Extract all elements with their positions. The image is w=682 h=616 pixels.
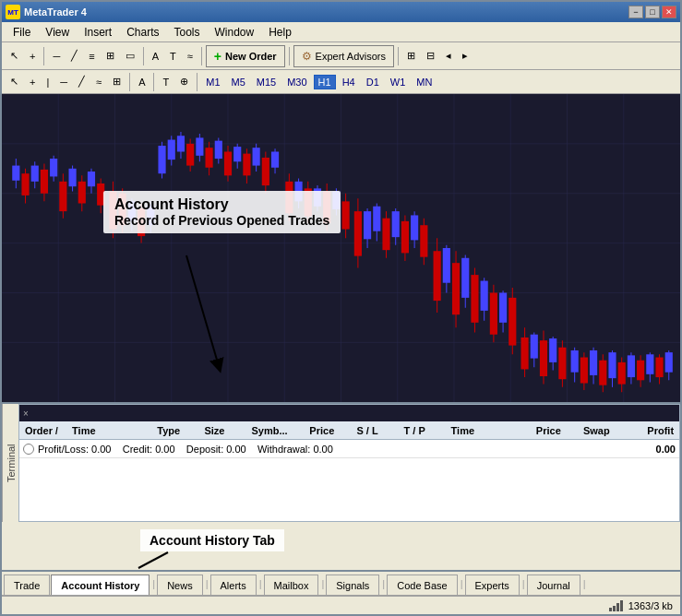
menu-insert[interactable]: Insert [77,24,119,41]
svg-rect-70 [262,158,269,185]
timeframe-m5[interactable]: M5 [227,75,250,89]
svg-rect-118 [499,292,507,322]
toolbar-diagonal[interactable]: ╱ [66,45,82,67]
timeframe-h1[interactable]: H1 [314,75,336,89]
toolbar2-diag[interactable]: ╱ [74,71,90,93]
toolbar-zoom-in[interactable]: ⊞ [402,45,420,67]
svg-rect-80 [314,188,321,206]
toolbar2-vline[interactable]: | [42,71,54,93]
menu-window[interactable]: Window [208,24,262,41]
svg-rect-102 [420,225,427,256]
toolbar-separator-5 [398,47,399,65]
timeframe-d1[interactable]: D1 [362,75,384,89]
col-header-price: Price [307,425,354,436]
toolbar2-fib[interactable]: T [158,71,173,93]
col-header-order: Order / [23,425,70,436]
svg-rect-50 [168,140,175,160]
status-right-area: 1363/3 kb [609,600,673,611]
svg-rect-108 [452,263,460,314]
toolbar-arrow[interactable]: ↖ [6,45,23,67]
svg-rect-90 [364,211,371,239]
minimize-button[interactable]: − [628,6,643,18]
timeframe-mn[interactable]: MN [412,75,437,89]
tab-mailbox[interactable]: Mailbox [264,575,319,595]
toolbar2-sep-2 [153,73,154,91]
tab-experts[interactable]: Experts [465,575,520,595]
table-body: Profit/Loss: 0.00 Credit: 0.00 Deposit: … [19,440,679,521]
toolbar-separator-3 [201,47,202,65]
timeframe-m30[interactable]: M30 [282,75,311,89]
svg-rect-18 [12,166,19,181]
toolbar-period[interactable]: ⊞ [102,45,119,67]
toolbar-text2[interactable]: T [165,45,181,67]
toolbar-shapes[interactable]: ▭ [121,45,139,67]
svg-rect-146 [637,361,644,381]
toolbar-scroll-left[interactable]: ◂ [441,45,456,67]
menu-view[interactable]: View [38,24,77,41]
maximize-button[interactable]: □ [645,6,660,18]
timeframe-m1[interactable]: M1 [201,75,224,89]
chart-area[interactable]: Account History Record of Previous Opene… [2,94,680,402]
menu-charts[interactable]: Charts [119,24,166,41]
timeframe-m15[interactable]: M15 [252,75,281,89]
toolbar2-sep-1 [129,73,130,91]
svg-rect-116 [490,292,497,334]
svg-rect-76 [294,182,302,202]
menu-tools[interactable]: Tools [167,24,208,41]
expert-advisors-button[interactable]: ⚙ Expert Advisors [293,45,394,67]
toolbar-separator-1 [43,47,44,65]
col-header-price2: Price [534,425,581,436]
toolbar2-hline[interactable]: ─ [55,71,72,93]
title-bar: MT MetaTrader 4 − □ ✕ [2,2,680,22]
svg-rect-24 [41,170,48,194]
toolbar-zoom-out[interactable]: ⊟ [422,45,439,67]
close-button[interactable]: ✕ [662,6,676,18]
toolbar2: ↖ + | ─ ╱ ≈ ⊞ A T ⊕ M1 M5 M15 M30 H1 H4 … [2,70,680,94]
timeframe-w1[interactable]: W1 [386,75,411,89]
toolbar2-cursor[interactable]: ↖ [6,71,23,93]
svg-rect-128 [549,338,556,362]
toolbar2-expand[interactable]: ⊕ [175,71,193,93]
toolbar-scroll-right[interactable]: ▸ [458,45,473,67]
toolbar-separator-4 [289,47,290,65]
svg-rect-26 [50,159,57,176]
tab-alerts[interactable]: Alerts [210,575,257,595]
new-order-icon: + [214,49,221,64]
tab-account-history[interactable]: Account History [51,575,150,595]
toolbar2-cross[interactable]: + [25,71,40,93]
tabs-row: Trade Account History | News | Alerts | … [2,572,680,596]
toolbar2-text[interactable]: A [134,71,150,93]
menu-file[interactable]: File [6,24,38,41]
toolbar-crosshair[interactable]: + [25,45,40,67]
status-bar: 1363/3 kb [2,596,680,614]
tab-signals[interactable]: Signals [326,575,379,595]
svg-rect-46 [147,206,154,226]
svg-rect-28 [59,182,66,211]
new-order-button[interactable]: + New Order [206,45,285,67]
toolbar2-channels[interactable]: ≈ [91,71,106,93]
toolbar-hline[interactable]: ≡ [84,45,99,67]
svg-rect-106 [443,248,450,283]
new-order-label: New Order [225,51,277,62]
bottom-annotation-text: Account History Tab [150,533,275,548]
tab-codebase[interactable]: Code Base [387,575,457,595]
svg-rect-150 [655,358,663,378]
svg-rect-92 [373,207,380,231]
tab-news[interactable]: News [157,575,203,595]
terminal-main: × Order / Time Type Size Symb... Price S… [18,404,680,522]
toolbar-text[interactable]: A [148,45,163,67]
menu-help[interactable]: Help [261,24,299,41]
svg-rect-98 [401,221,409,253]
timeframe-h4[interactable]: H4 [338,75,360,89]
tab-journal[interactable]: Journal [527,575,580,595]
svg-rect-66 [243,154,250,176]
tab-trade[interactable]: Trade [4,575,50,595]
toolbar-line[interactable]: ─ [48,45,65,67]
svg-rect-94 [382,219,389,250]
toolbar2-period-sep[interactable]: ⊞ [108,71,126,93]
toolbar-fib[interactable]: ≈ [183,45,197,67]
svg-rect-74 [285,182,293,213]
svg-rect-30 [68,169,76,186]
terminal-close-icon[interactable]: × [23,409,29,419]
col-header-sl: S / L [354,425,401,436]
